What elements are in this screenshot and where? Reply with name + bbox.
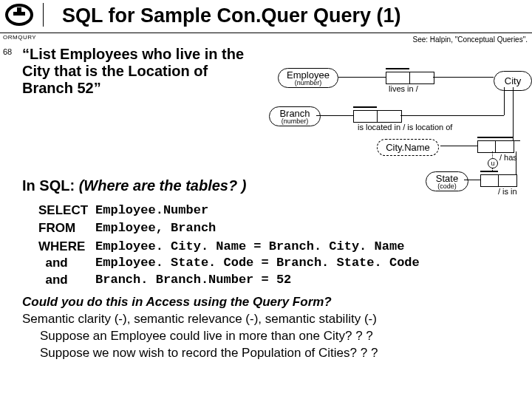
logo-icon xyxy=(4,3,44,27)
entity-branch: Branch (number) xyxy=(269,106,321,126)
header-tag: ORMQURY xyxy=(3,34,36,41)
header-see: See: Halpin, "Conceptual Queries". xyxy=(412,35,528,44)
sql-from-kw: FROM xyxy=(38,220,94,236)
orm-diagram: Employee (number) Branch (number) City C… xyxy=(265,52,529,185)
bottom-line4: Suppose we now wish to record the Popula… xyxy=(40,345,525,362)
entity-employee-sub: (number) xyxy=(284,80,332,86)
rolelabel-has: / has xyxy=(499,153,517,162)
rolelabel-livesin: lives in / xyxy=(389,84,418,93)
uniqueness-bar-has xyxy=(477,137,513,138)
rolelabel-isin: / is in xyxy=(498,187,517,196)
bottom-line1: Could you do this in Access using the Qu… xyxy=(22,294,525,311)
rolelabel-located: is located in / is location of xyxy=(358,123,452,132)
entity-cityname: City.Name xyxy=(377,139,439,156)
header: SQL for Sample Con.Quer Query (1) xyxy=(0,0,532,33)
page-number: 68 xyxy=(3,47,12,56)
entity-state-sub: (code) xyxy=(432,183,462,190)
connector xyxy=(492,168,494,172)
entity-cityname-label: City.Name xyxy=(383,143,432,152)
connector xyxy=(440,146,477,146)
entity-branch-sub: (number) xyxy=(276,118,314,125)
connector xyxy=(516,151,516,174)
rolebox-has xyxy=(477,140,514,153)
connector xyxy=(513,87,514,140)
bottom-line2: Semantic clarity (-), semantic relevance… xyxy=(22,311,525,328)
uniqueness-bar-isin xyxy=(480,171,498,172)
sql-where-kw: WHERE and and xyxy=(38,239,94,288)
uniqueness-bar-located xyxy=(353,106,377,108)
connector xyxy=(338,77,386,78)
connector xyxy=(464,180,480,180)
connector xyxy=(513,140,520,141)
sql-select-val: Employee.Number xyxy=(95,202,426,219)
svg-rect-2 xyxy=(13,12,25,16)
connector xyxy=(492,151,494,159)
insql-label: In SQL: xyxy=(22,177,75,194)
bottom-text: Could you do this in Access using the Qu… xyxy=(22,294,525,362)
entity-state: State (code) xyxy=(426,171,468,191)
insql-note: (Where are the tables? ) xyxy=(79,177,247,194)
connector xyxy=(316,115,353,116)
query-text: “List Employees who live in the City tha… xyxy=(22,46,259,97)
rolebox-isin xyxy=(480,174,517,187)
sql-from-val: Employee, Branch xyxy=(95,220,426,236)
bottom-line3: Suppose an Employee could live in more t… xyxy=(40,328,525,345)
entity-city-label: City xyxy=(500,76,525,86)
rolebox-located xyxy=(353,110,402,123)
insql-heading: In SQL: (Where are the tables? ) xyxy=(22,177,246,194)
rolebox-livesin xyxy=(386,72,434,84)
connector xyxy=(504,87,505,115)
connector xyxy=(400,115,504,116)
entity-employee: Employee (number) xyxy=(278,68,338,88)
sql-block: SELECT Employee.Number FROM Employee, Br… xyxy=(37,201,427,290)
uniqueness-bar-livesin xyxy=(386,68,409,69)
connector xyxy=(433,77,494,78)
sql-where-val: Employee. City. Name = Branch. City. Nam… xyxy=(95,239,426,288)
page-title: SQL for Sample Con.Quer Query (1) xyxy=(62,4,401,27)
sql-select-kw: SELECT xyxy=(38,202,94,219)
uniqueness-u-icon: u xyxy=(488,158,498,168)
